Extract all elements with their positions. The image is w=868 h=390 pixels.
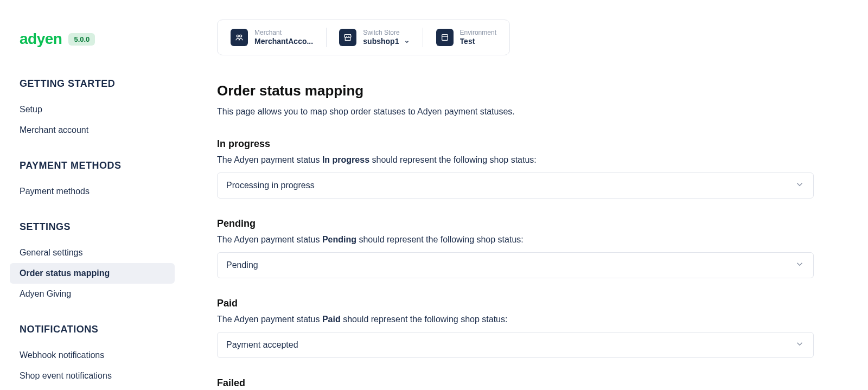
status-title: Failed (217, 378, 814, 389)
nav-section: SETTINGSGeneral settingsOrder status map… (20, 221, 165, 304)
svg-rect-2 (442, 35, 448, 41)
chevron-down-icon (795, 180, 805, 191)
nav-heading: PAYMENT METHODS (20, 160, 165, 171)
logo: adyen (20, 30, 62, 48)
nav-heading: NOTIFICATIONS (20, 324, 165, 335)
merchant-value: MerchantAcco... (254, 37, 313, 47)
context-header-card: Merchant MerchantAcco... Switch Store su… (217, 20, 510, 55)
nav-item[interactable]: Payment methods (10, 181, 175, 202)
status-block: In progressThe Adyen payment status In p… (217, 138, 814, 199)
environment-value: Test (460, 37, 496, 47)
page-title: Order status mapping (217, 82, 814, 99)
chevron-down-icon (404, 39, 410, 44)
store-block[interactable]: Switch Store subshop1 (339, 29, 410, 47)
svg-point-1 (240, 35, 242, 37)
nav-item[interactable]: Webhook notifications (10, 345, 175, 366)
status-block: FailedThe Adyen payment status Failed sh… (217, 378, 814, 390)
status-mapping-list: In progressThe Adyen payment status In p… (217, 138, 814, 390)
nav-item[interactable]: Shop event notifications (10, 366, 175, 386)
status-description: The Adyen payment status Paid should rep… (217, 315, 814, 324)
nav-heading: GETTING STARTED (20, 78, 165, 89)
status-select-value: Processing in progress (226, 181, 315, 190)
environment-label: Environment (460, 29, 496, 37)
nav-item[interactable]: Setup (10, 99, 175, 120)
store-label: Switch Store (363, 29, 410, 37)
store-icon (339, 29, 356, 46)
svg-point-0 (237, 35, 239, 37)
nav-section: GETTING STARTEDSetupMerchant account (20, 78, 165, 140)
status-description: The Adyen payment status Pending should … (217, 235, 814, 245)
nav-section: PAYMENT METHODSPayment methods (20, 160, 165, 202)
version-badge: 5.0.0 (68, 33, 95, 46)
status-title: In progress (217, 138, 814, 150)
nav-item[interactable]: Merchant account (10, 120, 175, 140)
merchant-icon (231, 29, 248, 46)
page-description: This page allows you to map shop order s… (217, 107, 814, 117)
sidebar: adyen 5.0.0 GETTING STARTEDSetupMerchant… (0, 0, 184, 390)
nav-heading: SETTINGS (20, 221, 165, 233)
chevron-down-icon (795, 339, 805, 351)
status-title: Pending (217, 218, 814, 229)
status-select[interactable]: Processing in progress (217, 172, 814, 199)
nav-item[interactable]: Adyen Giving (10, 284, 175, 304)
merchant-label: Merchant (254, 29, 313, 37)
nav-item[interactable]: General settings (10, 242, 175, 263)
status-select-value: Payment accepted (226, 340, 298, 350)
status-select[interactable]: Pending (217, 252, 814, 278)
sidebar-nav: GETTING STARTEDSetupMerchant accountPAYM… (20, 78, 165, 386)
chevron-down-icon (795, 259, 805, 271)
store-value: subshop1 (363, 37, 399, 47)
status-select-value: Pending (226, 260, 258, 270)
main-content: Merchant MerchantAcco... Switch Store su… (184, 0, 846, 390)
status-description: The Adyen payment status In progress sho… (217, 155, 814, 165)
environment-icon (436, 29, 454, 46)
logo-row: adyen 5.0.0 (20, 30, 165, 48)
merchant-block[interactable]: Merchant MerchantAcco... (231, 29, 313, 47)
status-block: PaidThe Adyen payment status Paid should… (217, 298, 814, 358)
nav-section: NOTIFICATIONSWebhook notificationsShop e… (20, 324, 165, 386)
environment-block[interactable]: Environment Test (436, 29, 496, 47)
nav-item[interactable]: Order status mapping (10, 263, 175, 284)
status-select[interactable]: Payment accepted (217, 332, 814, 358)
status-title: Paid (217, 298, 814, 309)
status-block: PendingThe Adyen payment status Pending … (217, 218, 814, 278)
